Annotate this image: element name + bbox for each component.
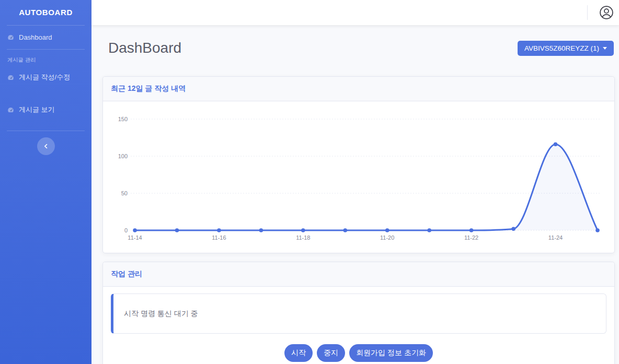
svg-text:11-22: 11-22 <box>464 234 478 241</box>
main-panel: DashBoard AVBIVS5Z60REYZZ (1) 최근 12일 글 작… <box>91 25 619 364</box>
svg-text:11-18: 11-18 <box>296 234 310 241</box>
recent-posts-line-chart: 05010015011-1411-1611-1811-2011-2211-24 <box>103 101 614 253</box>
chevron-left-icon <box>43 143 49 149</box>
svg-text:0: 0 <box>124 227 128 233</box>
brand-logo[interactable]: AUTOBOARD <box>0 0 91 25</box>
caret-down-icon <box>603 47 607 50</box>
svg-text:11-16: 11-16 <box>212 234 226 241</box>
svg-text:11-14: 11-14 <box>128 234 142 241</box>
svg-text:100: 100 <box>118 153 128 159</box>
page-title: DashBoard <box>108 40 181 56</box>
content-area: DashBoard AVBIVS5Z60REYZZ (1) 최근 12일 글 작… <box>91 0 619 364</box>
sidebar-collapse-button[interactable] <box>37 137 55 155</box>
svg-text:50: 50 <box>121 190 128 196</box>
topbar <box>91 0 619 25</box>
topbar-divider <box>587 5 588 20</box>
sidebar-item-label: 게시글 보기 <box>19 105 55 114</box>
sidebar: AUTOBOARD Dashboard 게시글 관리 게시글 작성/수정 게시글… <box>0 0 91 364</box>
svg-text:11-24: 11-24 <box>548 234 563 241</box>
sidebar-item-post-view[interactable]: 게시글 보기 <box>0 97 91 122</box>
task-management-card: 작업 관리 시작 명령 통신 대기 중 시작 중지 회원가입 정보 초기화 <box>102 262 615 364</box>
svg-text:150: 150 <box>118 116 128 122</box>
gauge-icon <box>7 74 14 81</box>
user-circle-icon <box>599 5 614 20</box>
status-message-box: 시작 명령 통신 대기 중 <box>111 293 606 334</box>
sidebar-section-heading: 게시글 관리 <box>0 50 91 65</box>
gauge-icon <box>7 107 14 113</box>
svg-text:11-20: 11-20 <box>380 234 394 241</box>
recent-posts-card: 최근 12일 글 작성 내역 05010015011-1411-1611-181… <box>102 76 615 253</box>
account-dropdown-button[interactable]: AVBIVS5Z60REYZZ (1) <box>518 41 614 56</box>
sidebar-divider <box>7 131 85 131</box>
recent-posts-card-title: 최근 12일 글 작성 내역 <box>103 77 614 101</box>
task-card-title: 작업 관리 <box>103 262 614 287</box>
status-message: 시작 명령 통신 대기 중 <box>124 309 198 319</box>
stop-button[interactable]: 중지 <box>317 344 345 362</box>
start-button[interactable]: 시작 <box>284 344 313 362</box>
sidebar-item-label: Dashboard <box>19 33 52 41</box>
sidebar-item-post-edit[interactable]: 게시글 작성/수정 <box>0 65 91 90</box>
sidebar-item-label: 게시글 작성/수정 <box>19 73 70 82</box>
reset-signup-info-button[interactable]: 회원가입 정보 초기화 <box>349 344 433 362</box>
user-menu-button[interactable] <box>598 4 615 21</box>
gauge-icon <box>7 34 14 41</box>
sidebar-item-dashboard[interactable]: Dashboard <box>0 26 91 49</box>
account-dropdown-label: AVBIVS5Z60REYZZ (1) <box>524 44 599 52</box>
